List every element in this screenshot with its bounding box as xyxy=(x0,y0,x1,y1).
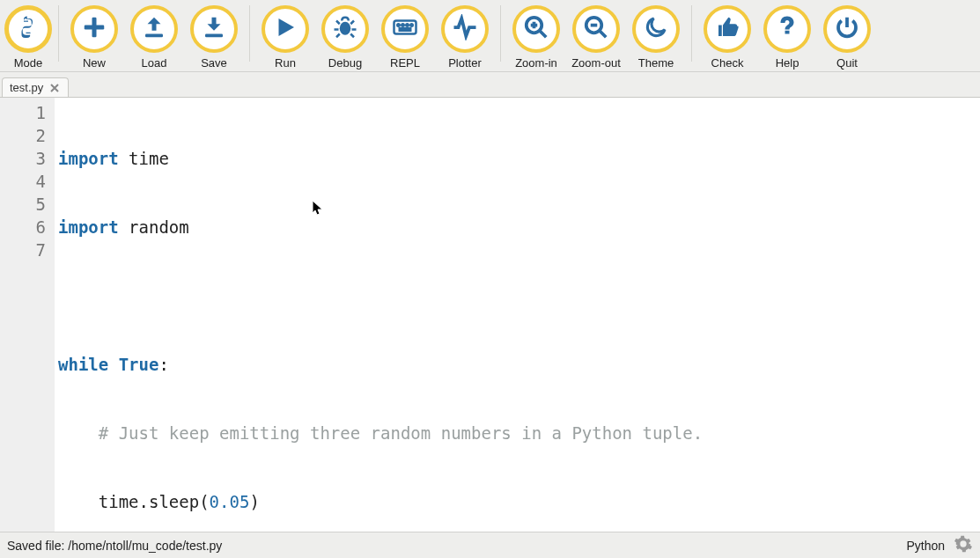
mode-icon xyxy=(15,14,41,44)
code-line xyxy=(58,284,925,307)
svg-point-11 xyxy=(410,24,413,26)
toolbar-separator xyxy=(249,5,250,62)
theme-label: Theme xyxy=(638,56,674,70)
quit-button[interactable]: Quit xyxy=(817,5,877,70)
load-button[interactable]: Load xyxy=(124,5,184,70)
code-line: time.sleep(0.05) xyxy=(58,490,925,513)
new-button[interactable]: New xyxy=(64,5,124,70)
svg-point-9 xyxy=(402,24,404,26)
repl-button[interactable]: REPL xyxy=(375,5,435,70)
new-label: New xyxy=(83,56,106,70)
svg-point-1 xyxy=(30,34,32,36)
zoom-in-button[interactable]: Zoom-in xyxy=(506,5,566,70)
code-content[interactable]: import time import random while True: # … xyxy=(55,98,925,532)
code-editor[interactable]: 1 2 3 4 5 6 7 import time import random … xyxy=(0,97,980,532)
tab-bar: test.py xyxy=(0,72,980,97)
upload-icon xyxy=(141,14,167,44)
download-icon xyxy=(201,14,227,44)
toolbar: Mode New Load Save Run xyxy=(0,0,980,72)
zoom-in-icon xyxy=(523,14,549,44)
app-window: Mode New Load Save Run xyxy=(0,0,980,558)
svg-point-0 xyxy=(25,18,26,20)
bug-icon xyxy=(332,14,358,44)
check-button[interactable]: Check xyxy=(697,5,757,70)
line-number: 5 xyxy=(0,193,46,216)
svg-rect-12 xyxy=(400,28,411,31)
svg-rect-5 xyxy=(205,34,223,38)
tab-label: test.py xyxy=(10,81,43,94)
save-label: Save xyxy=(201,56,227,70)
keyboard-icon xyxy=(392,14,418,44)
activity-icon xyxy=(452,14,478,44)
thumbs-up-icon xyxy=(714,14,741,44)
debug-label: Debug xyxy=(328,56,362,70)
code-line: import time xyxy=(58,147,925,170)
help-button[interactable]: Help xyxy=(757,5,817,70)
check-label: Check xyxy=(711,56,744,70)
repl-label: REPL xyxy=(390,56,420,70)
line-number: 4 xyxy=(0,170,46,193)
svg-rect-3 xyxy=(85,26,105,30)
settings-button[interactable] xyxy=(954,536,973,555)
plotter-label: Plotter xyxy=(448,56,482,70)
play-icon xyxy=(272,14,298,44)
line-number: 1 xyxy=(0,101,46,124)
help-icon xyxy=(774,14,800,44)
svg-point-6 xyxy=(340,22,351,35)
help-label: Help xyxy=(776,56,799,70)
zoom-out-button[interactable]: Zoom-out xyxy=(566,5,626,70)
status-bar: Saved file: /home/ntoll/mu_code/test.py … xyxy=(0,532,980,558)
code-line: while True: xyxy=(58,353,925,376)
code-line: # Just keep emitting three random number… xyxy=(58,422,925,444)
toolbar-separator xyxy=(691,5,692,62)
power-icon xyxy=(834,14,860,44)
quit-label: Quit xyxy=(836,56,858,70)
status-mode: Python xyxy=(906,539,945,553)
gear-icon xyxy=(954,534,973,556)
zoom-out-label: Zoom-out xyxy=(571,56,621,70)
svg-point-8 xyxy=(397,24,400,26)
load-label: Load xyxy=(142,56,167,70)
line-number: 6 xyxy=(0,216,46,239)
line-number: 7 xyxy=(0,239,46,261)
plotter-button[interactable]: Plotter xyxy=(435,5,495,70)
zoom-in-label: Zoom-in xyxy=(515,56,557,70)
close-icon[interactable] xyxy=(48,82,61,94)
line-number: 2 xyxy=(0,124,46,147)
theme-button[interactable]: Theme xyxy=(626,5,686,70)
toolbar-separator xyxy=(500,5,501,62)
zoom-out-icon xyxy=(583,14,609,44)
svg-rect-4 xyxy=(145,34,163,38)
tab-file[interactable]: test.py xyxy=(2,77,69,97)
plus-icon xyxy=(81,14,107,44)
mode-button[interactable]: Mode xyxy=(4,5,53,70)
line-number-gutter: 1 2 3 4 5 6 7 xyxy=(0,98,55,532)
status-message: Saved file: /home/ntoll/mu_code/test.py xyxy=(7,539,222,553)
cursor-icon xyxy=(312,200,324,216)
svg-point-10 xyxy=(406,24,409,26)
toolbar-separator xyxy=(58,5,59,62)
mode-label: Mode xyxy=(14,56,43,70)
save-button[interactable]: Save xyxy=(184,5,244,70)
debug-button[interactable]: Debug xyxy=(315,5,375,70)
line-number: 3 xyxy=(0,147,46,170)
moon-icon xyxy=(643,14,669,44)
run-button[interactable]: Run xyxy=(255,5,315,70)
run-label: Run xyxy=(275,56,296,70)
code-line: import random xyxy=(58,216,925,239)
